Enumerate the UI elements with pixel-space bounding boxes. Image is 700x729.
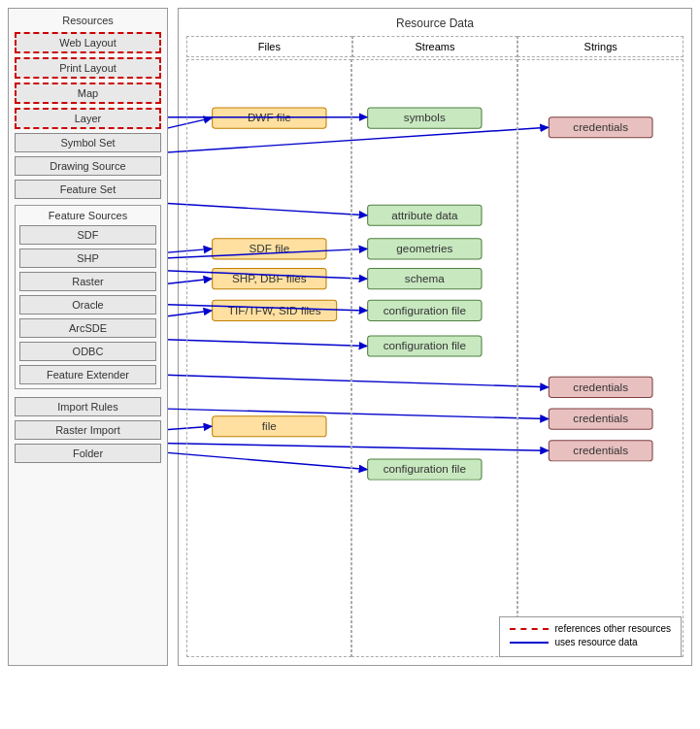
sidebar-item-odbc[interactable]: ODBC [19,342,156,361]
sidebar-item-arcsde[interactable]: ArcSDE [19,318,156,338]
right-panel: Resource Data Files Streams Strings [178,8,692,666]
sidebar-item-web-layout[interactable]: Web Layout [15,32,161,53]
sidebar-item-drawing-source[interactable]: Drawing Source [15,156,161,176]
resources-label: Resources [15,15,161,26]
sidebar-item-layer[interactable]: Layer [15,108,161,129]
column-strings [517,59,683,657]
sidebar-item-sdf[interactable]: SDF [19,225,156,245]
legend-red-item: references other resources [510,623,671,634]
resource-data-title: Resource Data [186,17,683,30]
feature-sources-label: Feature Sources [19,210,156,221]
feature-sources-group: Feature Sources SDF SHP Raster Oracle Ar… [15,205,161,389]
legend-red-label: references other resources [554,623,671,634]
sidebar-item-feature-extender[interactable]: Feature Extender [19,365,156,384]
sidebar-item-import-rules[interactable]: Import Rules [15,397,161,416]
legend: references other resources uses resource… [499,616,682,657]
col-header-streams: Streams [352,36,518,57]
column-files [186,59,351,657]
sidebar-item-raster-import[interactable]: Raster Import [15,420,161,440]
sidebar-item-folder[interactable]: Folder [15,444,161,463]
legend-blue-label: uses resource data [554,637,637,647]
sidebar-item-feature-set[interactable]: Feature Set [15,180,161,199]
columns-container: Files Streams Strings DWF fil [186,36,683,657]
left-panel: Resources Web Layout Print Layout Map La… [8,8,168,666]
sidebar-item-print-layout[interactable]: Print Layout [15,57,161,79]
column-streams [351,59,517,657]
col-header-files: Files [186,36,352,57]
main-container: Resources Web Layout Print Layout Map La… [0,0,700,674]
bottom-boxes: Import Rules Raster Import Folder [15,397,161,463]
legend-blue-line [510,642,549,644]
sidebar-item-map[interactable]: Map [15,83,161,104]
legend-red-line [510,628,549,630]
sidebar-item-shp[interactable]: SHP [19,249,156,268]
sidebar-item-oracle[interactable]: Oracle [19,295,156,315]
sidebar-item-raster[interactable]: Raster [19,272,156,291]
legend-blue-item: uses resource data [510,637,671,647]
sidebar-item-symbol-set[interactable]: Symbol Set [15,133,161,152]
col-header-strings: Strings [517,36,683,57]
